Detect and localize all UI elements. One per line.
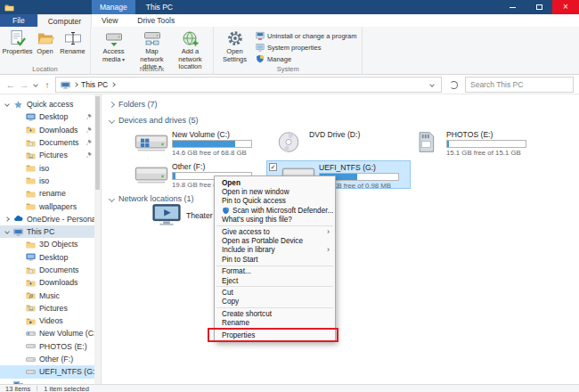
close-button[interactable] <box>552 0 579 14</box>
context-menu-item-cut[interactable]: Cut <box>215 288 335 297</box>
section-header-devices[interactable]: Devices and drives (5) <box>110 116 199 125</box>
button-label: Properties <box>2 48 32 56</box>
forward-button[interactable] <box>18 75 30 94</box>
access-media-button[interactable]: Access media <box>94 28 133 65</box>
context-menu-item-rename[interactable]: Rename <box>215 318 335 327</box>
network-location-theater[interactable]: Theater <box>152 203 213 227</box>
context-menu-item-pin-to-start[interactable]: Pin to Start <box>215 255 335 264</box>
submenu-arrow-icon <box>327 228 330 236</box>
context-menu-item-what-s-using-this-file[interactable]: What's using this file? <box>215 216 335 225</box>
sidebar-item-pictures[interactable]: Pictures <box>0 149 101 161</box>
context-menu-item-pin-to-quick-access[interactable]: Pin to Quick access <box>215 197 335 206</box>
sidebar-item-music[interactable]: Music <box>0 289 101 301</box>
chevron-down-icon[interactable] <box>4 229 10 234</box>
chevron-down-icon[interactable] <box>109 195 115 201</box>
sidebar-item-desktop[interactable]: Desktop <box>0 251 101 264</box>
sidebar-item-uefi-ntfs-g[interactable]: UEFI_NTFS (G:) <box>0 365 101 378</box>
context-menu-item-copy[interactable]: Copy <box>215 298 335 306</box>
chevron-right-icon[interactable] <box>109 101 115 107</box>
context-menu-item-label: Scan with Microsoft Defender... <box>232 207 333 215</box>
minimize-button[interactable] <box>499 0 526 14</box>
sidebar-item-iso[interactable]: iso <box>0 161 101 174</box>
sidebar-item-wallpapers[interactable]: wallpapers <box>0 200 101 212</box>
sidebar-item-3d-objects[interactable]: 3D Objects <box>0 238 101 250</box>
sidebar-item-label: Desktop <box>39 253 68 262</box>
chevron-right-icon[interactable] <box>110 82 116 87</box>
chevron-right-icon[interactable] <box>4 216 10 222</box>
sidebar-item-this-pc[interactable]: This PC <box>0 225 101 238</box>
context-menu-item-properties[interactable]: Properties <box>215 331 335 339</box>
chevron-down-icon <box>33 82 38 87</box>
address-history-dropdown-icon[interactable] <box>429 82 435 87</box>
tab-drive-tools[interactable]: Drive Tools <box>127 14 184 27</box>
sidebar-item-pictures[interactable]: Pictures <box>0 302 101 314</box>
uninstall-program-button[interactable]: Uninstall or change a program <box>254 30 358 41</box>
maximize-button[interactable] <box>526 0 552 14</box>
context-menu-item-include-in-library[interactable]: Include in library <box>215 246 335 255</box>
context-menu-item-scan-with-microsoft-defender[interactable]: Scan with Microsoft Defender... <box>215 206 335 215</box>
manage-button[interactable]: Manage <box>254 53 358 64</box>
section-header-network[interactable]: Network locations (1) <box>110 194 194 203</box>
sidebar-item-onedrive-personal[interactable]: OneDrive - Personal <box>0 213 101 225</box>
sidebar-item-quick-access[interactable]: Quick access <box>0 98 101 110</box>
context-menu-item-open-as-portable-device[interactable]: Open as Portable Device <box>215 236 335 245</box>
search-input[interactable] <box>470 80 568 89</box>
drive-tile-new-volume-c[interactable]: New Volume (C:)14.6 GB free of 68.8 GB <box>129 128 265 157</box>
back-button[interactable] <box>4 75 18 94</box>
tab-file[interactable]: File <box>0 14 37 27</box>
refresh-icon[interactable] <box>450 81 458 89</box>
open-button[interactable]: Open <box>31 28 59 58</box>
recent-locations-dropdown-icon[interactable] <box>31 75 40 94</box>
music-icon <box>26 290 36 300</box>
checkbox-checked-icon[interactable] <box>269 163 277 171</box>
sidebar-item-other-f[interactable]: Other (F:) <box>0 353 101 365</box>
context-menu-item-give-access-to[interactable]: Give access to <box>215 227 335 236</box>
drive-name: PHOTOS (E:) <box>446 130 526 139</box>
sidebar-item-documents[interactable]: Documents <box>0 136 101 149</box>
context-menu-item-format[interactable]: Format... <box>215 267 335 276</box>
sidebar-item-documents[interactable]: Documents <box>0 264 101 276</box>
context-menu-separator <box>216 225 333 226</box>
sidebar-item-label: PHOTOS (E:) <box>39 342 87 351</box>
properties-button[interactable]: Properties <box>4 28 31 58</box>
context-menu-item-open[interactable]: Open <box>215 178 335 187</box>
sidebar-item-new-volume-c[interactable]: New Volume (C:) <box>0 327 101 339</box>
sidebar-item-rename[interactable]: rename <box>0 187 101 200</box>
sidebar-item-photos-e[interactable]: PHOTOS (E:) <box>0 340 101 353</box>
sidebar-item-downloads[interactable]: Downloads <box>0 124 101 136</box>
system-properties-button[interactable]: System properties <box>254 42 358 53</box>
group-label-network: Network <box>91 64 213 74</box>
section-header-folders[interactable]: Folders (7) <box>110 100 158 109</box>
onedrive-icon <box>13 214 23 224</box>
tab-view[interactable]: View <box>92 14 127 27</box>
sidebar-item-label: iso <box>39 164 49 173</box>
chevron-down-icon[interactable] <box>4 102 10 107</box>
sidebar-item-iso[interactable]: iso <box>0 175 101 187</box>
context-menu-item-eject[interactable]: Eject <box>215 276 335 285</box>
chevron-right-icon[interactable] <box>73 82 78 87</box>
address-path-segment[interactable]: This PC <box>81 80 108 89</box>
tab-computer[interactable]: Computer <box>37 14 92 27</box>
context-menu-item-label: Open as Portable Device <box>222 237 303 245</box>
rename-button[interactable]: Rename <box>59 28 86 58</box>
sidebar-item-downloads[interactable]: Downloads <box>0 276 101 289</box>
search-box[interactable] <box>465 77 574 93</box>
address-bar[interactable]: This PC <box>55 77 442 93</box>
drive-tile-photos-e[interactable]: PHOTOS (E:)15.1 GB free of 15.1 GB <box>404 128 539 157</box>
sidebar-scrollbar[interactable] <box>94 94 101 384</box>
context-menu-item-create-shortcut[interactable]: Create shortcut <box>215 309 335 318</box>
sidebar-item-label: wallpapers <box>39 202 77 211</box>
drive-tile-dvd-drive-d[interactable]: DVD Drive (D:) <box>266 128 402 157</box>
sidebar-item-videos[interactable]: Videos <box>0 314 101 327</box>
up-button[interactable] <box>41 75 53 94</box>
sidebar-item-label: Documents <box>39 138 79 147</box>
explorer-app-icon[interactable] <box>4 3 14 12</box>
scrollbar-thumb[interactable] <box>95 96 100 190</box>
open-settings-button[interactable]: Open Settings <box>217 28 252 65</box>
context-menu-item-open-in-new-window[interactable]: Open in new window <box>215 187 335 196</box>
hdd-sm-icon <box>26 367 36 377</box>
chevron-down-icon[interactable] <box>109 117 115 123</box>
sidebar-item-label: New Volume (C:) <box>39 329 98 338</box>
sidebar-item-desktop[interactable]: Desktop <box>0 110 101 123</box>
folder-icon <box>26 201 36 211</box>
